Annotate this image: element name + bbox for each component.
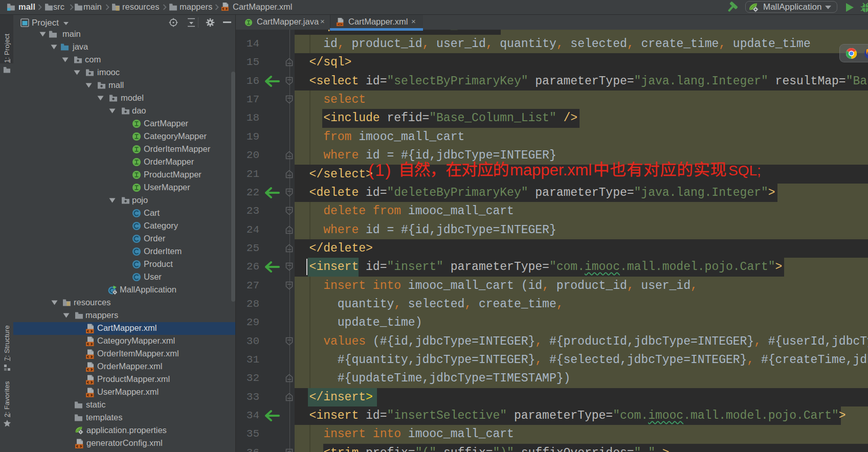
svg-text:<>: <> [338, 22, 343, 27]
svg-text:mapper.xml: mapper.xml [510, 161, 592, 179]
svg-text:SQL;: SQL; [728, 163, 761, 178]
svg-text:(1): (1) [368, 161, 392, 179]
